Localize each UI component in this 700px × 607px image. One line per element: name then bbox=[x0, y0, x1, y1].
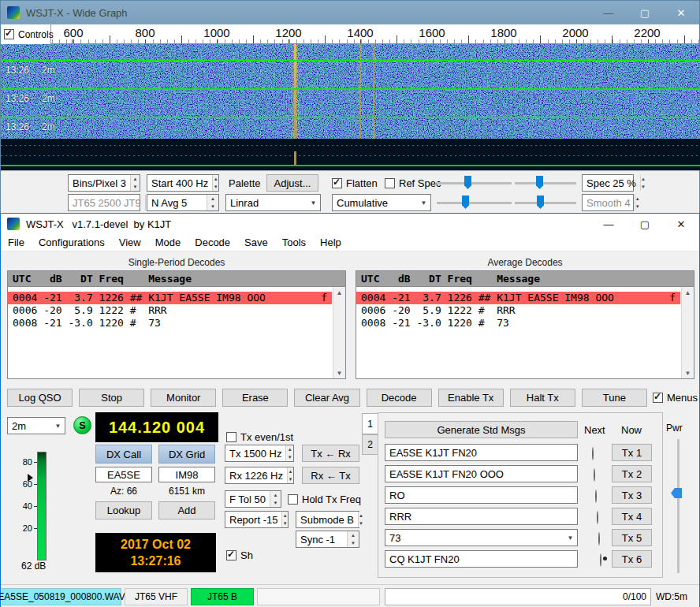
tx2-next-radio[interactable] bbox=[594, 468, 595, 482]
spin-down-icon[interactable]: ▼ bbox=[131, 183, 140, 191]
enable-tx-button[interactable]: Enable Tx bbox=[438, 389, 504, 407]
minimize-icon[interactable]: — bbox=[590, 1, 627, 24]
pwr-slider-handle[interactable] bbox=[671, 488, 682, 498]
scroll-up-icon[interactable]: ▲ bbox=[337, 287, 343, 298]
slider-handle[interactable] bbox=[537, 196, 544, 209]
spin-up-icon[interactable]: ▲ bbox=[131, 175, 140, 183]
menu-decode[interactable]: Decode bbox=[188, 234, 237, 251]
tx3-message-field[interactable]: RO bbox=[385, 486, 578, 504]
smooth-spinbox[interactable]: Smooth 4 ▲▼ bbox=[582, 194, 634, 211]
menu-configurations[interactable]: Configurations bbox=[32, 234, 112, 251]
tx5-message-combo[interactable]: 73 ▼ bbox=[385, 529, 578, 546]
tx-freq-spinbox[interactable]: Tx 1500 Hz ▲▼ bbox=[225, 445, 294, 462]
f-tol-spinbox[interactable]: F Tol 50 ▲▼ bbox=[225, 490, 281, 508]
spin-down-icon[interactable]: ▼ bbox=[288, 475, 293, 483]
tx-from-rx-button[interactable]: Tx ← Rx bbox=[302, 445, 359, 462]
tx-even-checkbox[interactable]: Tx even/1st bbox=[226, 431, 293, 443]
scrollbar[interactable]: ▲ ▼ bbox=[333, 287, 345, 378]
spin-up-icon[interactable]: ▲ bbox=[641, 175, 646, 183]
status-s-button[interactable]: S bbox=[73, 416, 91, 434]
menu-save[interactable]: Save bbox=[237, 234, 275, 251]
tune-button[interactable]: Tune bbox=[582, 389, 647, 407]
bins-pixel-spinbox[interactable]: Bins/Pixel 3 ▲▼ bbox=[68, 174, 140, 192]
spin-down-icon[interactable]: ▼ bbox=[282, 519, 288, 527]
frequency-ruler[interactable]: 600 800 1000 1200 1400 1600 1800 2000 22… bbox=[1, 24, 699, 44]
close-icon[interactable]: ✕ bbox=[663, 214, 699, 234]
generate-std-msgs-button[interactable]: Generate Std Msgs bbox=[385, 421, 578, 438]
tx3-next-radio[interactable] bbox=[595, 490, 597, 503]
decode-row[interactable]: 0008 -21 -3.0 1220 # 73 bbox=[8, 317, 332, 330]
dx-call-input[interactable]: EA5SE bbox=[95, 467, 152, 482]
maximize-icon[interactable]: ▢ bbox=[627, 1, 663, 24]
flatten-checkbox[interactable]: Flatten bbox=[332, 177, 378, 189]
palette-select[interactable]: Linrad ▼ bbox=[225, 194, 321, 211]
split-freq-spinbox[interactable]: JT65 2500 JT9 ▲▼ bbox=[68, 194, 140, 211]
decode-row[interactable]: 0006 -20 5.9 1222 # RRR bbox=[356, 304, 680, 317]
lookup-button[interactable]: Lookup bbox=[95, 501, 152, 519]
report-spinbox[interactable]: Report -15 ▲▼ bbox=[225, 511, 289, 528]
spin-up-icon[interactable]: ▲ bbox=[288, 467, 293, 475]
tx3-now-button[interactable]: Tx 3 bbox=[612, 486, 652, 504]
tx2-message-field[interactable]: EA5SE K1JT FN20 OOO bbox=[385, 465, 578, 482]
tab-1[interactable]: 1 bbox=[362, 413, 378, 434]
tx4-message-field[interactable]: RRR bbox=[385, 508, 578, 525]
add-button[interactable]: Add bbox=[158, 501, 215, 519]
pwr-slider-track[interactable] bbox=[677, 439, 680, 573]
slider-handle[interactable] bbox=[464, 176, 471, 189]
tx5-next-radio[interactable] bbox=[598, 532, 600, 546]
tab-2[interactable]: 2 bbox=[362, 434, 378, 455]
menu-file[interactable]: File bbox=[1, 234, 32, 251]
halt-tx-button[interactable]: Halt Tx bbox=[510, 389, 575, 407]
spin-down-icon[interactable]: ▼ bbox=[348, 539, 359, 547]
gain-slider[interactable] bbox=[437, 174, 512, 192]
spin-down-icon[interactable]: ▼ bbox=[359, 519, 363, 527]
tx6-message-field[interactable]: CQ K1JT FN20 bbox=[385, 550, 578, 568]
waterfall-display[interactable]: 13:26 2m 13:26 2m 13:26 2m bbox=[1, 44, 700, 139]
spin-down-icon[interactable]: ▼ bbox=[641, 183, 646, 191]
tx4-next-radio[interactable] bbox=[597, 511, 598, 524]
spin-down-icon[interactable]: ▼ bbox=[213, 183, 218, 191]
menu-tools[interactable]: Tools bbox=[275, 234, 313, 251]
tx6-next-radio[interactable] bbox=[600, 553, 601, 567]
maximize-icon[interactable]: ▢ bbox=[627, 214, 663, 234]
stop-button[interactable]: Stop bbox=[79, 389, 144, 407]
scroll-down-icon[interactable]: ▼ bbox=[337, 367, 343, 378]
rx-freq-spinbox[interactable]: Rx 1226 Hz ▲▼ bbox=[225, 467, 294, 484]
tx6-now-button[interactable]: Tx 6 bbox=[612, 550, 652, 568]
dx-grid-button[interactable]: DX Grid bbox=[158, 445, 215, 464]
menu-help[interactable]: Help bbox=[313, 234, 348, 251]
dx-grid-input[interactable]: IM98 bbox=[158, 467, 215, 482]
single-period-decodes-panel[interactable]: UTC dB DT Freq Message 0004 -21 3.7 1226… bbox=[7, 270, 346, 379]
wide-graph-titlebar[interactable]: WSJT-X - Wide Graph — ▢ ✕ bbox=[1, 1, 699, 24]
zero2-slider[interactable] bbox=[515, 194, 576, 211]
tx4-now-button[interactable]: Tx 4 bbox=[612, 508, 652, 525]
average-decodes-panel[interactable]: UTC dB DT Freq Message 0004 -21 3.7 1226… bbox=[356, 270, 694, 379]
minimize-icon[interactable]: — bbox=[590, 214, 627, 234]
slider-handle[interactable] bbox=[536, 176, 543, 189]
start-freq-spinbox[interactable]: Start 400 Hz ▲▼ bbox=[147, 174, 219, 192]
rx-from-tx-button[interactable]: Rx ← Tx bbox=[302, 467, 359, 484]
decode-row[interactable]: 0006 -20 5.9 1222 # RRR bbox=[8, 304, 332, 317]
spin-up-icon[interactable]: ▲ bbox=[286, 445, 293, 453]
decode-row[interactable]: 0004 -21 3.7 1226 ## K1JT EA5SE IM98 OOO… bbox=[8, 292, 332, 304]
hold-tx-freq-checkbox[interactable]: Hold Tx Freq bbox=[288, 493, 361, 505]
controls-checkbox[interactable]: Controls bbox=[4, 29, 54, 40]
ref-spec-checkbox[interactable]: Ref Spec bbox=[385, 177, 441, 189]
gain2-slider[interactable] bbox=[437, 194, 512, 211]
spin-up-icon[interactable]: ▲ bbox=[270, 491, 281, 499]
spin-up-icon[interactable]: ▲ bbox=[207, 195, 218, 203]
zero-slider[interactable] bbox=[515, 174, 576, 192]
decode-row[interactable]: 0004 -21 3.7 1226 ## K1JT EA5SE IM98 OOO… bbox=[356, 292, 680, 304]
sh-checkbox[interactable]: Sh bbox=[226, 549, 253, 561]
spin-down-icon[interactable]: ▼ bbox=[286, 453, 293, 461]
spin-up-icon[interactable]: ▲ bbox=[213, 175, 218, 183]
spin-up-icon[interactable]: ▲ bbox=[359, 512, 363, 519]
spectrum-mode-select[interactable]: Cumulative ▼ bbox=[332, 194, 431, 211]
erase-button[interactable]: Erase bbox=[222, 389, 288, 407]
close-icon[interactable]: ✕ bbox=[663, 1, 699, 24]
scroll-down-icon[interactable]: ▼ bbox=[685, 367, 691, 378]
spin-up-icon[interactable]: ▲ bbox=[282, 512, 288, 519]
tx5-now-button[interactable]: Tx 5 bbox=[612, 529, 652, 546]
spin-up-icon[interactable]: ▲ bbox=[348, 531, 359, 539]
spin-down-icon[interactable]: ▼ bbox=[635, 203, 640, 210]
